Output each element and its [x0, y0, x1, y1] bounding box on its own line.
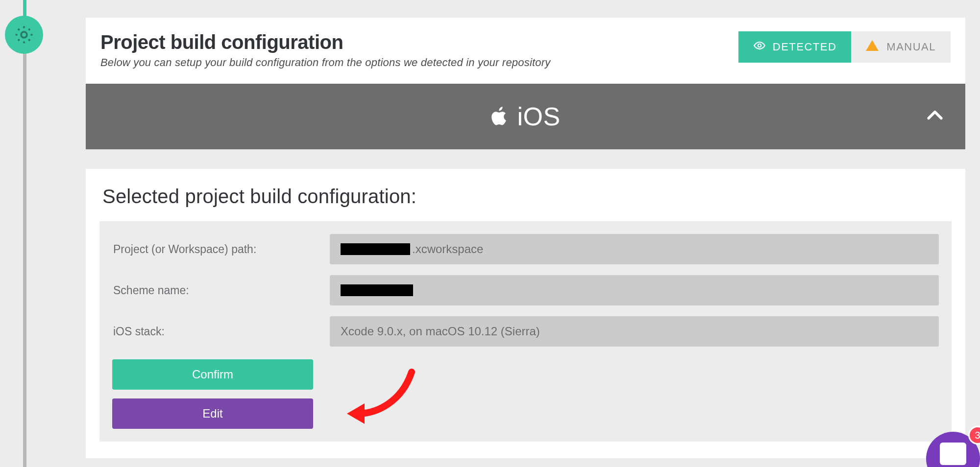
row-project-path: Project (or Workspace) path: .xcworkspac…	[112, 234, 939, 264]
ios-stack-text: Xcode 9.0.x, on macOS 10.12 (Sierra)	[341, 325, 540, 338]
step-indicator	[5, 16, 43, 54]
chevron-up-icon	[924, 105, 946, 128]
apple-icon	[490, 105, 510, 128]
gear-icon	[13, 24, 35, 46]
value-scheme-name[interactable]	[330, 275, 939, 305]
tab-manual[interactable]: MANUAL	[851, 31, 951, 63]
platform-label: iOS	[490, 102, 560, 131]
tab-manual-label: MANUAL	[886, 41, 936, 53]
page-subtitle: Below you can setup your build configura…	[100, 56, 550, 69]
value-project-path[interactable]: .xcworkspace	[330, 234, 939, 264]
main-column: Project build configuration Below you ca…	[86, 0, 980, 467]
platform-name: iOS	[517, 102, 560, 131]
header-text: Project build configuration Below you ca…	[100, 31, 550, 69]
step-track	[23, 0, 26, 467]
platform-banner[interactable]: iOS	[86, 84, 965, 149]
value-ios-stack[interactable]: Xcode 9.0.x, on macOS 10.12 (Sierra)	[330, 316, 939, 347]
warning-icon	[866, 40, 879, 54]
label-ios-stack: iOS stack:	[112, 325, 330, 338]
svg-point-1	[758, 44, 761, 47]
redacted-text	[341, 243, 410, 255]
edit-button[interactable]: Edit	[112, 398, 313, 429]
page-title: Project build configuration	[100, 31, 550, 53]
row-scheme-name: Scheme name:	[112, 275, 939, 305]
svg-point-0	[21, 32, 27, 38]
tab-detected[interactable]: DETECTED	[738, 31, 852, 63]
config-card: Selected project build configuration: Pr…	[86, 169, 965, 458]
chat-widget[interactable]: 3	[926, 432, 980, 467]
mode-tabs: DETECTED MANUAL	[738, 31, 951, 63]
eye-icon	[753, 39, 766, 55]
confirm-button[interactable]: Confirm	[112, 359, 313, 390]
tab-detected-label: DETECTED	[773, 41, 837, 53]
action-buttons: Confirm Edit	[112, 359, 939, 429]
project-path-suffix: .xcworkspace	[412, 242, 483, 256]
config-fields: Project (or Workspace) path: .xcworkspac…	[99, 221, 952, 442]
row-ios-stack: iOS stack: Xcode 9.0.x, on macOS 10.12 (…	[112, 316, 939, 347]
config-heading: Selected project build configuration:	[102, 186, 952, 208]
label-scheme-name: Scheme name:	[112, 284, 330, 297]
header-card: Project build configuration Below you ca…	[86, 18, 965, 84]
redacted-text	[341, 284, 413, 296]
edit-label: Edit	[202, 407, 222, 420]
chat-icon	[940, 443, 966, 465]
confirm-label: Confirm	[192, 368, 233, 381]
label-project-path: Project (or Workspace) path:	[112, 243, 330, 256]
